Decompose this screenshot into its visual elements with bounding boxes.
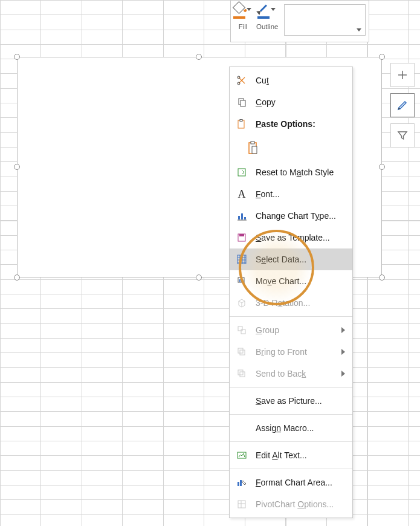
chart-side-buttons [390,63,415,154]
menu-paste-options-header: Paste Options: [230,113,352,135]
move-chart-icon [234,275,249,287]
menu-save-template-label: Save as Template... [256,233,347,242]
svg-rect-26 [240,480,242,486]
paste-clipboard-icon [247,142,261,154]
cube3d-icon [234,297,249,309]
svg-rect-16 [239,279,241,282]
select-data-icon [234,253,249,265]
svg-rect-11 [244,217,246,219]
resize-handle-tc[interactable] [196,54,202,60]
shape-style-gallery[interactable] [284,4,366,36]
resize-handle-tl[interactable] [14,54,20,60]
fill-dropdown[interactable]: Fill [233,3,253,30]
svg-rect-20 [240,350,245,355]
menu-group: Group [230,319,352,341]
resize-handle-tr[interactable] [379,54,385,60]
format-chart-icon [234,476,249,489]
cut-icon [234,74,249,86]
menu-separator [230,414,352,415]
group-icon [234,324,249,336]
resize-handle-bl[interactable] [14,274,20,281]
menu-assign-macro-label: Assign Macro... [256,423,347,433]
menu-copy-label: Copy [256,97,347,107]
outline-color-swatch [257,16,270,19]
menu-send-to-back: Send to Back [230,363,352,385]
svg-rect-9 [238,216,240,219]
menu-cut-label: Cut [256,76,347,85]
chart-filter-button[interactable] [390,123,415,148]
menu-edit-alt-text[interactable]: Edit Alt Text... [230,444,352,466]
menu-pivotchart-options: PivotChart Options... [230,493,352,515]
menu-paste-default[interactable] [230,135,352,161]
menu-format-chart-area[interactable]: Format Chart Area... [230,472,352,493]
chevron-right-icon [341,371,345,377]
svg-rect-10 [241,213,243,219]
menu-reset-style-label: Reset to Match Style [256,167,347,177]
menu-separator [230,387,352,388]
menu-copy[interactable]: Copy [230,91,352,113]
font-icon: A [234,188,249,200]
menu-change-chart-type[interactable]: Change Chart Type... [230,205,352,227]
chart-elements-button[interactable] [390,63,415,87]
svg-rect-18 [238,326,242,331]
menu-save-as-picture[interactable]: Save as Picture... [230,390,352,412]
menu-move-chart-label: Move Chart... [256,276,347,286]
chevron-down-icon [247,8,251,11]
paste-icon [234,118,249,130]
menu-3d-rotation: 3-D Rotation... [230,292,352,314]
menu-change-chart-type-label: Change Chart Type... [256,211,347,221]
menu-select-data[interactable]: Select Data... [230,248,352,270]
bring-front-icon [234,346,249,358]
menu-font-label: Font... [256,189,347,199]
resize-handle-ml[interactable] [14,164,20,170]
svg-rect-7 [251,141,254,144]
menu-paste-options-label: Paste Options: [256,119,347,129]
resize-handle-br[interactable] [379,274,385,281]
mini-toolbar: Fill Outline [230,0,369,42]
outline-dropdown[interactable]: Outline [256,3,278,30]
menu-format-chart-area-label: Format Chart Area... [256,478,347,487]
svg-rect-22 [238,370,243,375]
chart-styles-button[interactable] [390,93,415,117]
menu-font[interactable]: A Font... [230,183,352,205]
chevron-down-icon [357,28,361,31]
fill-color-swatch [233,16,245,19]
svg-rect-24 [237,452,246,458]
chevron-right-icon [341,349,345,355]
chart-context-menu: Cut Copy Paste Options: Reset to Match S… [229,67,353,518]
menu-save-picture-label: Save as Picture... [256,396,347,406]
chevron-down-icon [271,8,276,11]
svg-rect-5 [240,120,242,122]
outline-label: Outline [256,23,278,30]
menu-3d-rotation-label: 3-D Rotation... [256,298,347,308]
save-template-icon [234,232,249,244]
menu-pivotchart-options-label: PivotChart Options... [256,499,347,509]
menu-save-template[interactable]: Save as Template... [230,227,352,248]
menu-bring-to-front: Bring to Front [230,341,352,363]
menu-send-back-label: Send to Back [256,369,341,378]
pivot-icon [234,498,249,510]
menu-move-chart[interactable]: Move Chart... [230,270,352,292]
menu-group-label: Group [256,325,341,335]
svg-rect-25 [237,482,239,486]
menu-alt-text-label: Edit Alt Text... [256,450,347,460]
menu-cut[interactable]: Cut [230,70,352,91]
menu-separator [230,316,352,317]
menu-select-data-label: Select Data... [256,255,347,264]
menu-reset-style[interactable]: Reset to Match Style [230,161,352,183]
send-back-icon [234,368,249,380]
reset-style-icon [234,166,249,178]
svg-rect-19 [241,330,245,334]
copy-icon [234,96,249,108]
fill-bucket-icon [233,3,245,14]
svg-rect-13 [239,234,244,236]
svg-rect-27 [238,501,245,508]
menu-assign-macro[interactable]: Assign Macro... [230,417,352,439]
svg-rect-3 [241,100,245,106]
resize-handle-bc[interactable] [196,274,202,281]
bar-chart-icon [234,210,249,222]
outline-pencil-icon [257,3,270,14]
menu-bring-front-label: Bring to Front [256,347,341,357]
fill-label: Fill [239,23,248,30]
resize-handle-mr[interactable] [379,164,385,170]
